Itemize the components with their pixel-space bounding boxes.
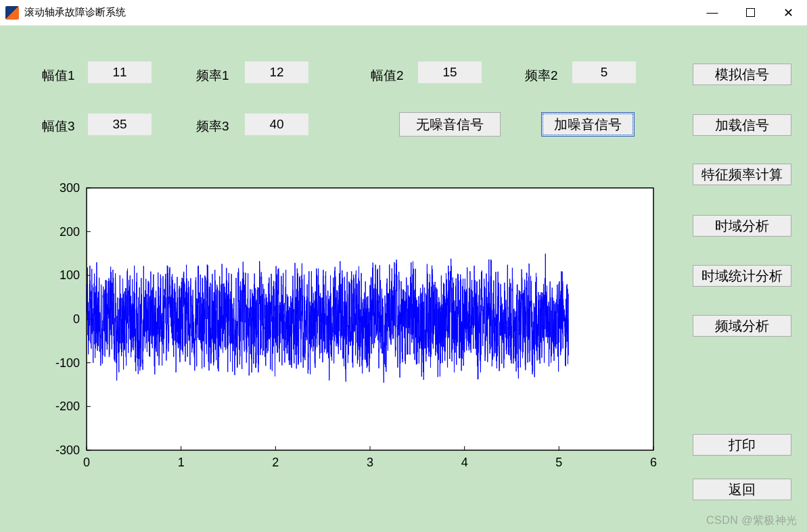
watermark: CSDN @紫极神光	[706, 514, 798, 528]
label-freq2: 频率2	[525, 67, 558, 84]
svg-text:0: 0	[83, 456, 90, 469]
svg-text:-200: -200	[55, 400, 80, 413]
maximize-button[interactable]	[731, 0, 769, 25]
no-noise-button[interactable]: 无噪音信号	[399, 112, 501, 137]
app-window: 滚动轴承故障诊断系统 — ✕ 幅值1 11 频率1 12 幅值2 15 频率2 …	[0, 0, 807, 532]
close-button[interactable]: ✕	[769, 0, 807, 25]
input-freq1[interactable]: 12	[245, 62, 308, 83]
svg-text:3: 3	[367, 456, 373, 469]
with-noise-button[interactable]: 加噪音信号	[541, 112, 635, 137]
svg-text:5: 5	[555, 456, 562, 469]
label-amp3: 幅值3	[42, 118, 75, 135]
svg-text:100: 100	[60, 268, 80, 282]
input-freq2[interactable]: 5	[572, 62, 636, 83]
feat-freq-button[interactable]: 特征频率计算	[693, 164, 791, 185]
svg-text:-100: -100	[55, 356, 80, 370]
input-amp3[interactable]: 35	[88, 114, 152, 135]
svg-text:200: 200	[60, 225, 80, 239]
back-button[interactable]: 返回	[693, 479, 791, 500]
window-title: 滚动轴承故障诊断系统	[24, 6, 126, 19]
load-button[interactable]: 加载信号	[693, 114, 791, 136]
freq-analysis-button[interactable]: 频域分析	[693, 315, 791, 337]
input-amp1[interactable]: 11	[88, 62, 152, 83]
svg-text:300: 300	[60, 181, 80, 195]
label-amp1: 幅值1	[42, 67, 75, 84]
svg-text:1: 1	[178, 456, 185, 469]
label-freq3: 频率3	[196, 118, 229, 135]
minimize-button[interactable]: —	[693, 0, 731, 25]
input-amp2[interactable]: 15	[418, 62, 482, 83]
label-amp2: 幅值2	[371, 67, 404, 84]
print-button[interactable]: 打印	[693, 434, 791, 456]
signal-plot-svg: 0123456-300-200-1000100200300	[49, 176, 663, 487]
label-freq1: 频率1	[196, 67, 229, 84]
main-panel: 幅值1 11 频率1 12 幅值2 15 频率2 5 幅值3 35 频率3 40…	[0, 26, 807, 532]
time-stat-button[interactable]: 时域统计分析	[693, 265, 791, 287]
matlab-icon	[5, 6, 19, 20]
svg-text:-300: -300	[55, 443, 80, 457]
svg-text:6: 6	[650, 456, 657, 469]
simulate-button[interactable]: 模拟信号	[693, 64, 791, 85]
titlebar: 滚动轴承故障诊断系统 — ✕	[0, 0, 807, 26]
window-controls: — ✕	[693, 0, 807, 25]
svg-text:0: 0	[73, 312, 80, 326]
svg-text:2: 2	[272, 456, 279, 469]
svg-text:4: 4	[461, 456, 468, 469]
time-analysis-button[interactable]: 时域分析	[693, 215, 791, 237]
input-freq3[interactable]: 40	[245, 114, 308, 135]
signal-axes: 0123456-300-200-1000100200300	[49, 176, 663, 487]
